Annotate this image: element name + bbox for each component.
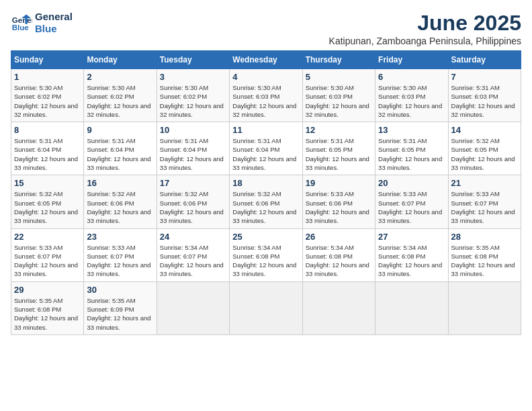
day-info: Sunrise: 5:35 AMSunset: 6:09 PMDaylight:… [87,297,150,331]
day-number: 4 [232,72,299,82]
day-number: 28 [451,232,518,242]
day-info: Sunrise: 5:31 AMSunset: 6:04 PMDaylight:… [14,137,78,171]
calendar-cell: 20 Sunrise: 5:33 AMSunset: 6:07 PMDaylig… [375,175,448,228]
day-info: Sunrise: 5:32 AMSunset: 6:06 PMDaylight:… [232,190,296,224]
day-number: 17 [160,178,226,188]
day-info: Sunrise: 5:33 AMSunset: 6:07 PMDaylight:… [87,244,150,278]
day-number: 29 [14,285,81,295]
logo-blue: Blue [35,23,73,35]
day-number: 5 [306,72,372,82]
month-title: June 2025 [329,11,521,36]
calendar-cell: 18 Sunrise: 5:32 AMSunset: 6:06 PMDaylig… [230,175,302,228]
day-info: Sunrise: 5:34 AMSunset: 6:08 PMDaylight:… [378,244,442,278]
day-number: 22 [14,232,81,242]
day-info: Sunrise: 5:31 AMSunset: 6:05 PMDaylight:… [306,137,369,171]
day-info: Sunrise: 5:35 AMSunset: 6:08 PMDaylight:… [14,297,78,331]
day-number: 18 [232,178,299,188]
calendar-cell: 8 Sunrise: 5:31 AMSunset: 6:04 PMDayligh… [11,122,84,175]
calendar-cell: 24 Sunrise: 5:34 AMSunset: 6:07 PMDaylig… [157,228,229,281]
day-info: Sunrise: 5:33 AMSunset: 6:07 PMDaylight:… [451,190,515,224]
day-info: Sunrise: 5:34 AMSunset: 6:07 PMDaylight:… [160,244,224,278]
calendar-cell: 22 Sunrise: 5:33 AMSunset: 6:07 PMDaylig… [11,228,84,281]
day-info: Sunrise: 5:30 AMSunset: 6:02 PMDaylight:… [14,84,78,118]
calendar-cell: 23 Sunrise: 5:33 AMSunset: 6:07 PMDaylig… [84,228,157,281]
day-info: Sunrise: 5:34 AMSunset: 6:08 PMDaylight:… [306,244,369,278]
day-info: Sunrise: 5:32 AMSunset: 6:06 PMDaylight:… [160,190,224,224]
day-number: 7 [451,72,518,82]
day-info: Sunrise: 5:31 AMSunset: 6:04 PMDaylight:… [87,137,150,171]
day-info: Sunrise: 5:30 AMSunset: 6:03 PMDaylight:… [306,84,369,118]
day-number: 23 [87,232,153,242]
day-number: 10 [160,125,226,135]
calendar-cell [302,281,375,334]
logo-general: General [35,11,73,23]
day-info: Sunrise: 5:31 AMSunset: 6:05 PMDaylight:… [378,137,442,171]
calendar-cell [230,281,302,334]
day-number: 11 [232,125,299,135]
calendar-cell [375,281,448,334]
calendar-cell: 15 Sunrise: 5:32 AMSunset: 6:05 PMDaylig… [11,175,84,228]
calendar-cell [448,281,521,334]
day-info: Sunrise: 5:33 AMSunset: 6:07 PMDaylight:… [378,190,442,224]
calendar-cell: 30 Sunrise: 5:35 AMSunset: 6:09 PMDaylig… [84,281,157,334]
day-number: 6 [378,72,445,82]
day-info: Sunrise: 5:32 AMSunset: 6:05 PMDaylight:… [14,190,78,224]
calendar-week-row: 22 Sunrise: 5:33 AMSunset: 6:07 PMDaylig… [11,228,521,281]
calendar-cell: 27 Sunrise: 5:34 AMSunset: 6:08 PMDaylig… [375,228,448,281]
day-info: Sunrise: 5:30 AMSunset: 6:02 PMDaylight:… [87,84,150,118]
day-number: 9 [87,125,153,135]
day-info: Sunrise: 5:30 AMSunset: 6:02 PMDaylight:… [160,84,224,118]
day-info: Sunrise: 5:30 AMSunset: 6:03 PMDaylight:… [378,84,442,118]
calendar-cell: 9 Sunrise: 5:31 AMSunset: 6:04 PMDayligh… [84,122,157,175]
calendar-cell: 19 Sunrise: 5:33 AMSunset: 6:06 PMDaylig… [302,175,375,228]
day-info: Sunrise: 5:31 AMSunset: 6:03 PMDaylight:… [451,84,515,118]
calendar-cell: 16 Sunrise: 5:32 AMSunset: 6:06 PMDaylig… [84,175,157,228]
weekday-header: Friday [375,51,448,69]
day-number: 20 [378,178,445,188]
day-info: Sunrise: 5:32 AMSunset: 6:06 PMDaylight:… [87,190,150,224]
logo: General Blue General Blue [11,11,73,35]
day-number: 30 [87,285,153,295]
svg-text:Blue: Blue [12,24,30,32]
day-number: 27 [378,232,445,242]
weekday-header-row: SundayMondayTuesdayWednesdayThursdayFrid… [11,51,521,69]
calendar-cell: 28 Sunrise: 5:35 AMSunset: 6:08 PMDaylig… [448,228,521,281]
day-info: Sunrise: 5:35 AMSunset: 6:08 PMDaylight:… [451,244,515,278]
day-info: Sunrise: 5:32 AMSunset: 6:05 PMDaylight:… [451,137,515,171]
day-info: Sunrise: 5:34 AMSunset: 6:08 PMDaylight:… [232,244,296,278]
calendar-cell: 13 Sunrise: 5:31 AMSunset: 6:05 PMDaylig… [375,122,448,175]
calendar-week-row: 15 Sunrise: 5:32 AMSunset: 6:05 PMDaylig… [11,175,521,228]
logo-icon: General Blue [11,12,32,34]
day-number: 8 [14,125,81,135]
day-number: 2 [87,72,153,82]
weekday-header: Sunday [11,51,84,69]
day-number: 13 [378,125,445,135]
calendar-cell: 10 Sunrise: 5:31 AMSunset: 6:04 PMDaylig… [157,122,229,175]
calendar-cell: 1 Sunrise: 5:30 AMSunset: 6:02 PMDayligh… [11,69,84,122]
calendar-week-row: 8 Sunrise: 5:31 AMSunset: 6:04 PMDayligh… [11,122,521,175]
weekday-header: Monday [84,51,157,69]
calendar-cell: 5 Sunrise: 5:30 AMSunset: 6:03 PMDayligh… [302,69,375,122]
day-number: 3 [160,72,226,82]
day-info: Sunrise: 5:33 AMSunset: 6:07 PMDaylight:… [14,244,78,278]
calendar-cell [157,281,229,334]
weekday-header: Wednesday [230,51,302,69]
calendar-cell: 6 Sunrise: 5:30 AMSunset: 6:03 PMDayligh… [375,69,448,122]
day-number: 15 [14,178,81,188]
day-number: 21 [451,178,518,188]
day-number: 25 [232,232,299,242]
calendar-cell: 17 Sunrise: 5:32 AMSunset: 6:06 PMDaylig… [157,175,229,228]
day-info: Sunrise: 5:31 AMSunset: 6:04 PMDaylight:… [232,137,296,171]
day-number: 14 [451,125,518,135]
day-number: 16 [87,178,153,188]
calendar-cell: 12 Sunrise: 5:31 AMSunset: 6:05 PMDaylig… [302,122,375,175]
location-title: Katipunan, Zamboanga Peninsula, Philippi… [329,36,521,46]
day-number: 26 [306,232,372,242]
title-area: June 2025 Katipunan, Zamboanga Peninsula… [329,11,521,46]
day-number: 1 [14,72,81,82]
weekday-header: Tuesday [157,51,229,69]
weekday-header: Saturday [448,51,521,69]
calendar-cell: 2 Sunrise: 5:30 AMSunset: 6:02 PMDayligh… [84,69,157,122]
weekday-header: Thursday [302,51,375,69]
calendar-cell: 4 Sunrise: 5:30 AMSunset: 6:03 PMDayligh… [230,69,302,122]
